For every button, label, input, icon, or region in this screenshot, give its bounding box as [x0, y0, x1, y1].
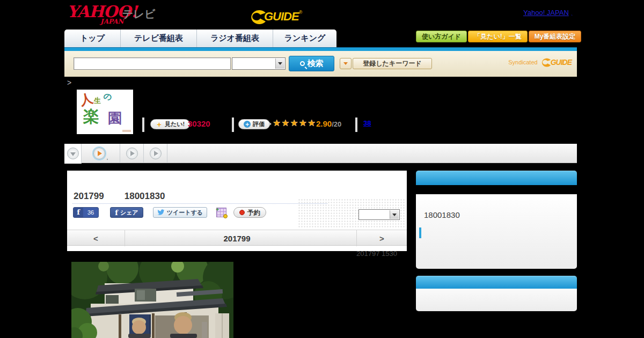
- search-category-select[interactable]: [232, 57, 286, 70]
- chevron-down-icon: [70, 152, 76, 156]
- mitai-list-button[interactable]: 「見たい!」一覧: [468, 31, 528, 42]
- facebook-like-button[interactable]: f 36: [73, 207, 99, 218]
- logo-char-sei: 生: [94, 96, 101, 106]
- yahoo-logo[interactable]: YAHOO! JAPAN テレビ GUIDE ®: [67, 4, 443, 20]
- facebook-like-count: 36: [83, 209, 98, 216]
- list-bullet: [419, 227, 421, 238]
- search-button[interactable]: 検索: [289, 56, 334, 71]
- gguide-logo-text: GUIDE: [264, 10, 299, 24]
- my-listings-settings-label: My番組表設定: [535, 32, 576, 41]
- episode-select[interactable]: [358, 209, 400, 220]
- logo-char-en: 園: [108, 109, 122, 128]
- keyword-dropdown-button[interactable]: [340, 58, 352, 69]
- rate-button[interactable]: ＋ 評価: [238, 119, 270, 129]
- nav-tab-top-label: トップ: [80, 33, 105, 43]
- facebook-share-button[interactable]: f シェア: [110, 207, 143, 218]
- main-nav: トップ テレビ番組表 ラジオ番組表 ランキング: [64, 30, 336, 47]
- sidebar-box2-body: [416, 289, 577, 311]
- reserve-button[interactable]: 予約: [233, 207, 266, 218]
- search-input[interactable]: [74, 57, 231, 70]
- sidebar-box-secondary: [416, 276, 577, 311]
- gguide-reg-mark: ®: [299, 10, 303, 15]
- nav-tab-tv-label: テレビ番組表: [134, 33, 183, 43]
- program-logo[interactable]: 人 生 の 楽 園: [77, 90, 133, 134]
- registered-keywords-button[interactable]: 登録したキーワード: [353, 58, 432, 69]
- logo-char-raku: 楽: [83, 106, 99, 128]
- separator: [232, 117, 234, 132]
- yahoo-logo-japan: JAPAN: [100, 18, 123, 25]
- registered-keywords-label: 登録したキーワード: [363, 59, 421, 68]
- program-photo: [71, 262, 233, 338]
- quick-buttons: 使い方ガイド 「見たい!」一覧 My番組表設定: [416, 31, 581, 42]
- separator: [142, 117, 144, 132]
- sidebar-box1-band: [416, 185, 577, 194]
- separator: [355, 117, 357, 132]
- syndicated-gguide-text: GUIDE: [551, 58, 572, 67]
- rating-score-wrap: 2.90/20: [316, 119, 341, 129]
- circle-icon: [67, 148, 79, 159]
- episode-date: 201799: [74, 191, 104, 201]
- twitter-bird-icon: [157, 209, 165, 216]
- nav-tab-tv-listings[interactable]: テレビ番組表: [121, 30, 197, 47]
- nav-tab-radio-label: ラジオ番組表: [210, 33, 259, 43]
- circle-icon: [126, 148, 138, 159]
- pager-next-button[interactable]: >: [356, 230, 407, 246]
- add-to-my-listings-icon[interactable]: ＋: [216, 208, 226, 217]
- tab-mark: ,: [107, 155, 108, 163]
- tabstrip-spacer: [167, 144, 577, 163]
- play-icon: [98, 151, 102, 156]
- record-icon: [239, 210, 245, 215]
- episode-panel: 20179918001830 f 36 f シェア ツイートする ＋ 予約: [67, 171, 407, 251]
- tweet-button[interactable]: ツイートする: [153, 207, 207, 218]
- facebook-icon: f: [74, 207, 83, 218]
- plus-icon: ＋: [244, 121, 251, 128]
- logo-caption: [122, 130, 131, 132]
- clock-icon: [223, 214, 228, 218]
- social-buttons: f 36 f シェア ツイートする ＋ 予約: [73, 207, 266, 218]
- facebook-icon: f: [115, 209, 118, 217]
- usage-guide-button[interactable]: 使い方ガイド: [416, 31, 467, 42]
- search-bar: 検索 登録したキーワード Syndicated GUIDE: [64, 51, 577, 77]
- tab-video-1[interactable]: ,: [82, 144, 120, 163]
- circle-icon: [93, 148, 105, 159]
- nav-tab-top[interactable]: トップ: [64, 30, 121, 47]
- tab-overview[interactable]: [64, 144, 82, 164]
- reserve-label: 予約: [247, 208, 260, 217]
- top-right-links: Yahoo! JAPAN、: [523, 8, 576, 17]
- review-count-link[interactable]: 38: [363, 119, 371, 127]
- tab-video-2[interactable]: [120, 144, 144, 163]
- circle-icon: [150, 148, 162, 159]
- nav-accent-bar: [64, 47, 577, 51]
- search-icon: [300, 61, 305, 66]
- pager-prev-button[interactable]: <: [67, 230, 125, 246]
- tweet-label: ツイートする: [167, 209, 203, 217]
- plus-icon: ＋: [215, 205, 220, 213]
- service-name-tv: テレビ: [122, 7, 155, 21]
- mitai-button-label: 見たい!: [165, 120, 185, 128]
- nav-tab-radio-listings[interactable]: ラジオ番組表: [197, 30, 273, 47]
- chevron-down-icon: [278, 62, 282, 65]
- sidebar-box1-body: 18001830: [416, 194, 577, 269]
- yahoo-japan-link[interactable]: Yahoo! JAPAN: [523, 9, 569, 17]
- mitai-button[interactable]: ＋ 見たい!: [150, 119, 190, 129]
- header: YAHOO! JAPAN テレビ GUIDE ®: [67, 4, 443, 26]
- rating-score: 2.90: [316, 119, 332, 128]
- select-arrow-icon: [390, 210, 399, 219]
- syndicated-label: Syndicated: [508, 59, 537, 65]
- dotted-divider: [72, 203, 327, 204]
- nav-tab-ranking-label: ランキング: [284, 33, 326, 43]
- play-icon: [130, 151, 135, 156]
- plus-icon: ＋: [156, 120, 163, 129]
- nav-tab-ranking[interactable]: ランキング: [273, 30, 336, 47]
- logo-char-no: の: [102, 91, 113, 103]
- episode-title: 20179918001830: [74, 191, 165, 202]
- my-listings-settings-button[interactable]: My番組表設定: [529, 31, 582, 42]
- tab-video-3[interactable]: [144, 144, 167, 163]
- episode-time: 18001830: [125, 191, 165, 201]
- mitai-count: 30320: [188, 119, 210, 128]
- rating-denominator: /20: [332, 120, 341, 128]
- episode-select-value: [359, 211, 361, 219]
- select-arrow-icon: [275, 58, 284, 69]
- deadline-text: 201797 1530: [343, 249, 397, 258]
- search-button-label: 検索: [308, 58, 324, 69]
